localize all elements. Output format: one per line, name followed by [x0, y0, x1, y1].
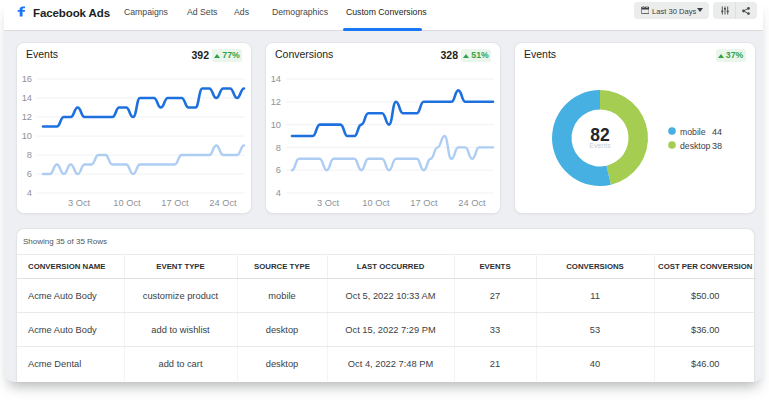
svg-text:10 Oct: 10 Oct — [113, 198, 141, 208]
svg-text:14: 14 — [271, 74, 281, 84]
svg-text:10: 10 — [22, 131, 32, 141]
svg-text:6: 6 — [27, 169, 32, 179]
svg-text:4: 4 — [276, 188, 281, 198]
svg-text:4: 4 — [27, 188, 32, 198]
svg-text:44: 44 — [712, 127, 722, 137]
svg-text:Events: Events — [589, 142, 611, 149]
svg-text:8: 8 — [276, 143, 281, 153]
svg-text:12: 12 — [22, 112, 32, 122]
svg-text:8: 8 — [27, 150, 32, 160]
svg-text:10: 10 — [271, 120, 281, 130]
svg-text:14: 14 — [22, 93, 32, 103]
svg-text:17 Oct: 17 Oct — [410, 198, 438, 208]
svg-text:mobile: mobile — [680, 127, 706, 137]
svg-text:17 Oct: 17 Oct — [161, 198, 189, 208]
svg-text:6: 6 — [276, 165, 281, 175]
svg-text:24 Oct: 24 Oct — [458, 198, 486, 208]
svg-text:desktop: desktop — [680, 141, 711, 151]
svg-text:3 Oct: 3 Oct — [317, 198, 340, 208]
svg-text:12: 12 — [271, 97, 281, 107]
svg-text:3 Oct: 3 Oct — [68, 198, 91, 208]
svg-text:38: 38 — [712, 141, 722, 151]
svg-text:10 Oct: 10 Oct — [362, 198, 390, 208]
svg-text:16: 16 — [22, 74, 32, 84]
svg-text:24 Oct: 24 Oct — [209, 198, 237, 208]
